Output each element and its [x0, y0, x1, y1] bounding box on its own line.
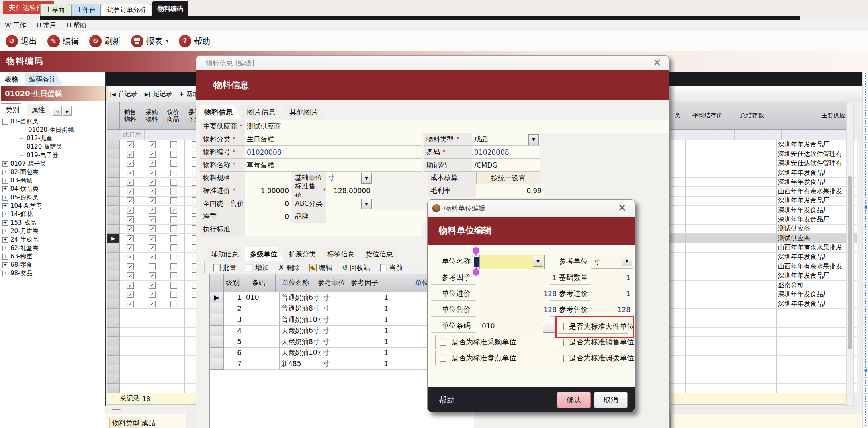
supplier-cell[interactable]: 深圳安仕达软件管理有 — [777, 159, 857, 168]
tab-attribute[interactable]: 属性 — [27, 104, 52, 116]
unit-toolbar-button[interactable]: ✎编辑 — [309, 263, 332, 272]
tree-item[interactable]: −01-蛋糕类 — [2, 117, 104, 126]
table-row[interactable]: 深圳安仕达软件管理有 — [670, 149, 854, 159]
table-row[interactable]: 深圳年年发食品厂 — [670, 253, 854, 262]
type-combobox[interactable]: 成品 ▼ — [472, 133, 540, 146]
tab-picture-info[interactable]: 图片信息 — [241, 105, 284, 119]
row-header[interactable] — [107, 271, 120, 281]
filter-cell[interactable] — [168, 130, 191, 140]
tree-item[interactable]: +03-商城 — [2, 176, 104, 185]
checkbox-cell[interactable]: ✓ — [141, 149, 163, 159]
row-header[interactable]: ▶ — [107, 234, 120, 243]
supplier-cell[interactable] — [777, 318, 857, 328]
table-row[interactable] — [107, 374, 205, 383]
checkbox-cell[interactable]: ✓ — [120, 140, 141, 149]
row-header[interactable] — [107, 187, 120, 196]
unit-toolbar-button[interactable]: ↺回收站 — [342, 263, 370, 272]
supplier-cell[interactable]: 山西年年有余水果批发 — [777, 243, 857, 252]
tab-scroll-left-icon[interactable]: ◀ — [53, 106, 62, 116]
table-row[interactable]: 盛南公司 — [670, 281, 854, 290]
supplier-cell[interactable] — [777, 374, 857, 383]
tree-item[interactable]: 019-电子券 — [2, 151, 104, 160]
subtab-aux-info[interactable]: 辅助信息 — [207, 247, 245, 261]
table-row[interactable]: 山西年年有余水果批发 — [670, 262, 854, 271]
supplier-cell[interactable]: 深圳年年发食品厂 — [777, 299, 857, 309]
row-header[interactable] — [107, 309, 120, 318]
row-header[interactable] — [107, 159, 120, 168]
table-row[interactable]: ✓✓ — [107, 243, 205, 252]
column-header[interactable]: 总结存数 — [730, 102, 775, 130]
checkbox-cell[interactable]: ✓ — [120, 253, 141, 262]
checkbox-cell[interactable] — [163, 253, 185, 262]
column-header[interactable]: 销售物料 — [120, 102, 141, 130]
table-row[interactable] — [107, 318, 205, 328]
table-row[interactable] — [670, 384, 854, 393]
tree-item[interactable]: +63-称重 — [2, 252, 104, 261]
supplier-cell[interactable] — [777, 384, 857, 393]
checkbox-cell[interactable] — [163, 243, 185, 252]
checkbox-cell[interactable] — [141, 262, 163, 271]
checkbox-cell[interactable]: ✓ — [141, 281, 163, 290]
table-row[interactable]: ✓✓ — [107, 168, 205, 178]
tree-expander-icon[interactable]: + — [2, 195, 8, 201]
table-row[interactable]: ▶ ✓✓ — [107, 234, 205, 243]
supplier-cell[interactable] — [777, 365, 857, 374]
tree-item[interactable]: +0107-粽子类 — [2, 160, 104, 168]
checkbox-cell[interactable]: ✓ — [120, 149, 141, 159]
tree-item[interactable]: +68-零食 — [2, 261, 104, 269]
table-row[interactable] — [107, 384, 205, 393]
checkbox-cell[interactable] — [163, 140, 185, 149]
tree-expander-icon[interactable]: + — [2, 246, 8, 251]
checkbox-cell[interactable]: ✓ — [141, 299, 163, 309]
row-header[interactable] — [107, 168, 120, 178]
name-field[interactable]: 草莓蛋糕 — [245, 159, 422, 172]
checkbox-cell[interactable]: ✓ — [120, 262, 141, 271]
table-row[interactable]: 山西年年有余水果批发 — [670, 187, 854, 196]
checkbox-cell[interactable]: ✓ — [120, 178, 141, 187]
unit-purchase-price-field[interactable]: 128 — [479, 287, 559, 301]
checkbox-icon[interactable] — [563, 355, 564, 362]
table-row[interactable] — [670, 328, 854, 337]
toolbar-button[interactable]: 报表▾ — [131, 35, 168, 47]
table-row[interactable]: ✓✓ — [107, 178, 205, 187]
column-header[interactable]: 类 — [670, 102, 685, 130]
checkbox-standard-count-unit[interactable]: 是否为标准盘点单位 — [435, 351, 554, 365]
column-header[interactable]: 参考单位 — [315, 274, 348, 292]
column-header[interactable]: 级别 — [224, 274, 242, 292]
tab-code-notes[interactable]: 编码备注 — [25, 73, 63, 85]
tree-expander-icon[interactable]: + — [2, 178, 8, 184]
barcode-field[interactable]: 01020008 — [472, 146, 540, 159]
tree-item[interactable]: +24-半成品 — [2, 236, 104, 244]
table-row[interactable]: ✓✓ — [107, 149, 205, 159]
table-row[interactable]: 深圳年年发食品厂 — [670, 140, 854, 149]
grid-right-filter-row[interactable] — [670, 130, 854, 140]
chevron-down-icon[interactable]: ▼ — [528, 134, 539, 145]
table-row[interactable]: ✓✓ — [107, 197, 205, 206]
checkbox-cell[interactable] — [163, 197, 185, 206]
column-header[interactable]: 单位名称 — [276, 274, 315, 292]
supplier-field[interactable]: 测试供应商 — [245, 120, 669, 133]
tab-material-info[interactable]: 物料信息 — [199, 105, 241, 119]
category-field[interactable]: 生日蛋糕 — [245, 133, 422, 146]
ref-purchase-price-field[interactable]: 1 — [591, 287, 633, 301]
row-header[interactable] — [107, 149, 120, 159]
brand-field[interactable] — [326, 210, 430, 223]
table-row[interactable]: 深圳年年发食品厂 — [670, 290, 854, 299]
code-field[interactable]: 01020008 — [245, 146, 422, 159]
mnemonic-field[interactable]: /CMDG — [472, 159, 540, 172]
table-row[interactable]: ✓✓ — [107, 187, 205, 196]
tree-expander-icon[interactable]: + — [2, 262, 8, 268]
checkbox-cell[interactable]: ✓ — [120, 281, 141, 290]
checkbox-cell[interactable] — [163, 159, 185, 168]
table-row[interactable]: ✓✓ — [107, 271, 205, 281]
supplier-cell[interactable] — [777, 309, 857, 318]
confirm-button[interactable]: 确认 — [557, 392, 591, 408]
chevron-down-icon[interactable]: ▼ — [361, 173, 372, 184]
row-header[interactable] — [107, 365, 120, 374]
tree-expander-icon[interactable]: + — [2, 229, 8, 234]
filter-cell[interactable] — [670, 130, 687, 140]
supplier-cell[interactable]: 深圳年年发食品厂 — [777, 168, 857, 178]
row-header[interactable] — [107, 140, 120, 149]
row-header[interactable] — [107, 178, 120, 187]
cancel-button[interactable]: 取消 — [594, 392, 628, 408]
